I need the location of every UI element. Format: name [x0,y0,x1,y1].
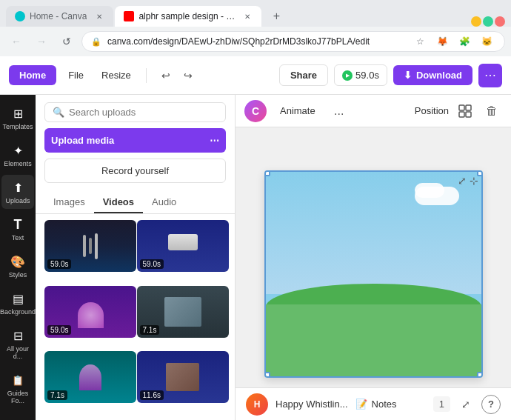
app-toolbar: Home File Resize ↩ ↪ Share 59.0s ⬇ Downl… [0,56,511,95]
svg-rect-2 [459,112,464,117]
canvas-toolbar: C Animate ... Position 🗑 [236,95,511,127]
tab-videos[interactable]: Videos [94,192,143,213]
canvas-area: C Animate ... Position 🗑 [236,95,511,420]
styles-label: Styles [9,271,27,279]
new-tab-button[interactable]: + [266,6,287,27]
icon-sidebar: ⊞ Templates ✦ Elements ⬆ Uploads T Text … [0,95,36,420]
bottom-bar: H Happy Whistlin... 📝 Notes 1 ⤢ ? [236,387,511,420]
home-button[interactable]: Home [9,65,56,85]
expand-button[interactable]: ⤢ [456,395,475,414]
svg-rect-3 [466,112,471,117]
close-window-button[interactable] [495,16,505,27]
close-canva-tab[interactable]: ✕ [94,11,104,21]
sidebar-item-uploads[interactable]: ⬆ Uploads [1,175,34,209]
extension-icon-3[interactable]: 🐱 [478,33,495,50]
sidebar-item-styles[interactable]: 🎨 Styles [1,249,34,283]
canvas-frame[interactable]: ⤢ ⊹ [264,170,483,378]
author-avatar: H [246,393,268,416]
notes-label: Notes [372,399,397,410]
sidebar-item-templates[interactable]: ⊞ Templates [1,101,34,135]
notes-icon: 📝 [355,399,367,410]
elements-icon: ✦ [10,142,26,159]
forward-button[interactable]: → [31,31,52,52]
maximize-button[interactable] [483,16,493,27]
undo-button[interactable]: ↩ [156,65,176,86]
url-text: canva.com/design/DAEwU-zhDiw/SQhp2rDrMD3… [107,36,405,47]
templates-icon: ⊞ [10,105,26,121]
upload-media-button[interactable]: Upload media ⋯ [44,128,226,153]
media-item-1[interactable]: 59.0s [44,220,136,272]
help-button[interactable]: ? [481,395,501,414]
redo-button[interactable]: ↪ [178,65,198,86]
media-grid: 59.0s 59.0s 59.0s 7.1s [36,214,235,420]
tab-images[interactable]: Images [44,192,94,213]
toolbar-right: Share 59.0s ⬇ Download ⋯ [279,64,502,87]
elements-label: Elements [4,160,32,167]
tab-canva[interactable]: Home - Canva ✕ [6,6,113,27]
close-youtube-tab[interactable]: ✕ [242,11,253,21]
grid-icon[interactable] [455,101,475,121]
media-item-3[interactable]: 59.0s [44,286,136,338]
tab-youtube-label: alphr sample design - YouTube [138,11,235,21]
undo-redo-group: ↩ ↪ [156,65,198,86]
record-yourself-button[interactable]: Record yourself [44,159,226,183]
download-label: Download [416,70,462,81]
background-icon: ▤ [10,290,26,307]
media-item-4[interactable]: 7.1s [137,286,229,338]
canvas-content: ⤢ ⊹ ↻ Copy Ctrl+C [236,127,511,420]
svg-rect-0 [459,105,464,110]
frame-icon-expand[interactable]: ⤢ [458,175,467,187]
address-bar[interactable]: 🔒 canva.com/design/DAEwU-zhDiw/SQhp2rDrM… [81,31,505,52]
delete-button[interactable]: 🗑 [481,101,502,121]
media-duration-4: 7.1s [140,325,160,335]
file-button[interactable]: File [62,67,90,84]
notes-section[interactable]: 📝 Notes [355,399,397,410]
more-options-button[interactable]: ⋯ [478,64,502,87]
address-bar-row: ← → ↺ 🔒 canva.com/design/DAEwU-zhDiw/SQh… [0,27,511,56]
resize-handle-bl[interactable] [264,372,270,378]
share-button[interactable]: Share [279,64,328,86]
refresh-button[interactable]: ↺ [56,31,77,52]
position-button[interactable]: Position [415,105,449,116]
download-button[interactable]: ⬇ Download [393,65,472,85]
guides-label: Guides Fo... [4,390,31,404]
sidebar-item-guides[interactable]: 📋 Guides Fo... [1,367,34,409]
author-name: Happy Whistlin... [275,399,348,410]
frame-icon-settings[interactable]: ⊹ [470,175,478,187]
timer-label: 59.0s [355,70,379,81]
ground-2 [264,304,483,376]
minimize-button[interactable] [471,16,481,27]
tab-youtube[interactable]: alphr sample design - YouTube ✕ [115,6,261,27]
resize-button[interactable]: Resize [96,67,137,84]
uploads-label: Uploads [5,197,30,204]
resize-handle-br[interactable] [477,372,483,378]
animate-button[interactable]: Animate [274,102,321,119]
media-item-2[interactable]: 59.0s [137,220,229,272]
sidebar-item-all[interactable]: ⊟ All your d... [1,323,34,364]
sidebar-item-text[interactable]: T Text [1,212,34,246]
search-input[interactable] [69,107,218,118]
media-duration-3: 59.0s [47,325,71,335]
search-icon: 🔍 [53,107,64,118]
media-item-6[interactable]: 11.6s [137,351,229,403]
background-label: Background [0,308,36,316]
sidebar-item-elements[interactable]: ✦ Elements [1,138,34,172]
download-icon: ⬇ [404,70,412,81]
guides-icon: 📋 [10,372,26,388]
sidebar-item-background[interactable]: ▤ Background [1,286,34,320]
search-box[interactable]: 🔍 [44,102,226,122]
back-button[interactable]: ← [6,31,27,52]
extension-icon-1[interactable]: 🦊 [433,33,451,50]
timer-button[interactable]: 59.0s [334,64,387,86]
text-icon: T [10,216,26,233]
media-item-5[interactable]: 7.1s [44,351,136,403]
bookmark-icon[interactable]: ☆ [411,33,429,50]
canvas-more-button[interactable]: ... [329,101,350,121]
page-counter: 1 [433,396,450,412]
styles-icon: 🎨 [10,253,26,270]
all-label: All your d... [4,345,31,360]
tab-audio[interactable]: Audio [143,192,185,213]
panel-search: 🔍 [36,95,235,128]
resize-handle-tl[interactable] [264,170,270,176]
extension-icon-2[interactable]: 🧩 [455,33,473,50]
